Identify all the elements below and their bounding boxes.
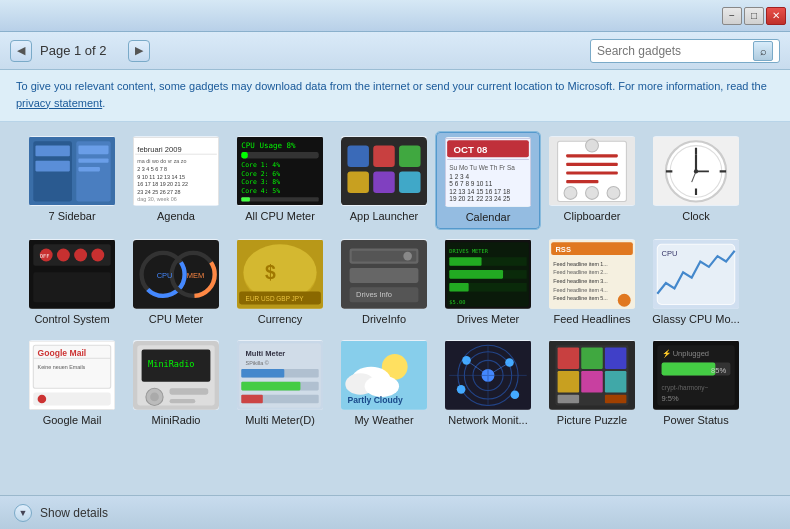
gadget-label-powerstatus: Power Status xyxy=(663,414,728,427)
title-bar-buttons: − □ ✕ xyxy=(722,7,786,25)
svg-text:DRIVES METER: DRIVES METER xyxy=(449,248,488,254)
gadget-item-7sidebar[interactable]: 7 Sidebar xyxy=(20,132,124,229)
svg-text:$: $ xyxy=(265,260,276,282)
svg-rect-98 xyxy=(449,257,481,266)
svg-point-52 xyxy=(586,186,599,199)
svg-text:Keine neuen Emails: Keine neuen Emails xyxy=(38,364,86,370)
gadget-item-driveinfo[interactable]: Drives Info DriveInfo xyxy=(332,235,436,330)
search-button[interactable]: ⌕ xyxy=(753,41,773,61)
svg-rect-167 xyxy=(605,371,626,392)
svg-rect-73 xyxy=(33,272,110,302)
gadget-label-picturepuzzle: Picture Puzzle xyxy=(557,414,627,427)
svg-rect-20 xyxy=(241,152,318,158)
svg-rect-102 xyxy=(449,283,468,292)
svg-rect-30 xyxy=(373,145,394,166)
next-page-button[interactable]: ▶ xyxy=(128,40,150,62)
svg-text:RSS: RSS xyxy=(555,245,570,254)
gadget-item-calendar[interactable]: OCT 08 Su Mo Tu We Th Fr Sa 1 2 3 4 5 6 … xyxy=(436,132,540,229)
gadget-item-applauncher[interactable]: App Launcher xyxy=(332,132,436,229)
gadget-item-googlemail[interactable]: Google Mail Keine neuen Emails Google Ma… xyxy=(20,336,124,431)
gadget-label-calendar: Calendar xyxy=(466,211,511,224)
gadget-item-controlsystem[interactable]: OFF LOCK ON/OFF Control System xyxy=(20,235,124,330)
svg-text:Google Mail: Google Mail xyxy=(38,348,87,358)
gadget-item-myweather[interactable]: Partly Cloudy My Weather xyxy=(332,336,436,431)
svg-rect-29 xyxy=(347,145,368,166)
svg-text:OFF: OFF xyxy=(40,253,50,259)
gadget-thumb-googlemail: Google Mail Keine neuen Emails xyxy=(29,340,115,410)
info-text: To give you relevant content, some gadge… xyxy=(16,80,767,109)
svg-text:Feed headline item 3...: Feed headline item 3... xyxy=(553,278,608,284)
gadget-item-glassycpu[interactable]: CPU Glassy CPU Mo... xyxy=(644,235,748,330)
svg-rect-47 xyxy=(566,154,618,157)
gadget-thumb-feedheadlines: RSS Feed headline item 1... Feed headlin… xyxy=(549,239,635,309)
nav-bar: ◀ Page 1 of 2 ▶ ⌕ xyxy=(0,32,790,70)
page-label: Page 1 of 2 xyxy=(40,43,120,58)
svg-text:Feed headline item 4...: Feed headline item 4... xyxy=(553,286,608,292)
search-input[interactable] xyxy=(597,44,749,58)
close-button[interactable]: ✕ xyxy=(766,7,786,25)
svg-text:2  3  4  5  6  7  8: 2 3 4 5 6 7 8 xyxy=(137,166,167,172)
gadget-item-currency[interactable]: $ EUR USD GBP JPY Currency xyxy=(228,235,332,330)
gadget-item-cpumeter[interactable]: CPU MEM CPU Meter xyxy=(124,235,228,330)
gadget-item-agenda[interactable]: februari 2009 ma di wo do vr za zo 2 3 4… xyxy=(124,132,228,229)
svg-rect-26 xyxy=(241,197,318,201)
svg-text:19 20 21 22 23 24 25: 19 20 21 22 23 24 25 xyxy=(449,195,510,202)
gadget-label-drivesmeter: Drives Meter xyxy=(457,313,519,326)
svg-rect-27 xyxy=(241,197,250,201)
gadget-label-controlsystem: Control System xyxy=(34,313,109,326)
svg-rect-164 xyxy=(605,347,626,368)
gadget-item-drivesmeter[interactable]: DRIVES METER $5.00 Drives Meter xyxy=(436,235,540,330)
svg-point-90 xyxy=(403,252,412,261)
gadget-label-applauncher: App Launcher xyxy=(350,210,419,223)
maximize-button[interactable]: □ xyxy=(744,7,764,25)
gadget-item-allcpu[interactable]: CPU Usage 8% Core 1: 4% Core 2: 6% Core … xyxy=(228,132,332,229)
gadget-thumb-currency: $ EUR USD GBP JPY xyxy=(237,239,323,309)
svg-text:Feed headline item 5...: Feed headline item 5... xyxy=(553,295,608,301)
gadget-thumb-clock xyxy=(653,136,739,206)
gadget-label-agenda: Agenda xyxy=(157,210,195,223)
gadget-thumb-myweather: Partly Cloudy xyxy=(341,340,427,410)
svg-rect-165 xyxy=(558,371,579,392)
svg-rect-163 xyxy=(581,347,602,368)
gadget-item-clipboarder[interactable]: Clipboarder xyxy=(540,132,644,229)
gadget-thumb-picturepuzzle xyxy=(549,340,635,410)
gadget-item-feedheadlines[interactable]: RSS Feed headline item 1... Feed headlin… xyxy=(540,235,644,330)
prev-page-button[interactable]: ◀ xyxy=(10,40,32,62)
privacy-link[interactable]: privacy statement xyxy=(16,97,102,109)
svg-rect-21 xyxy=(241,152,247,158)
gadgets-container: 7 Sidebar februari 2009 ma di wo do vr z… xyxy=(0,122,790,491)
gadgets-grid: 7 Sidebar februari 2009 ma di wo do vr z… xyxy=(20,132,770,432)
svg-point-64 xyxy=(694,169,698,173)
gadget-label-networkmonit: Network Monit... xyxy=(448,414,527,427)
svg-rect-91 xyxy=(350,268,419,283)
show-details-bar[interactable]: ▼ Show details xyxy=(0,495,790,529)
show-details-label: Show details xyxy=(40,506,108,520)
svg-point-157 xyxy=(511,390,520,399)
svg-text:16 17 18 19 20 21 22: 16 17 18 19 20 21 22 xyxy=(137,181,188,187)
gadget-item-clock[interactable]: Clock xyxy=(644,132,748,229)
svg-rect-5 xyxy=(78,145,108,154)
gadget-item-miniradio[interactable]: MiniRadio MiniRadio xyxy=(124,336,228,431)
gadget-thumb-clipboarder xyxy=(549,136,635,206)
svg-point-122 xyxy=(38,395,47,404)
svg-rect-129 xyxy=(170,388,209,394)
gadget-item-networkmonit[interactable]: Network Monit... xyxy=(436,336,540,431)
svg-point-53 xyxy=(607,186,620,199)
minimize-button[interactable]: − xyxy=(722,7,742,25)
svg-rect-138 xyxy=(241,382,300,391)
svg-text:SPikilla ©: SPikilla © xyxy=(246,360,269,366)
gadget-item-powerstatus[interactable]: ⚡ Unplugged 85% crypt-/harmony~ 9:5% Pow… xyxy=(644,336,748,431)
info-bar: To give you relevant content, some gadge… xyxy=(0,70,790,122)
gadget-item-picturepuzzle[interactable]: Picture Puzzle xyxy=(540,336,644,431)
gadget-label-glassycpu: Glassy CPU Mo... xyxy=(652,313,739,326)
svg-text:12 13 14 15 16 17 18: 12 13 14 15 16 17 18 xyxy=(449,187,510,194)
svg-rect-136 xyxy=(241,369,284,378)
gadget-label-feedheadlines: Feed Headlines xyxy=(553,313,630,326)
gadget-thumb-7sidebar xyxy=(29,136,115,206)
gadget-label-7sidebar: 7 Sidebar xyxy=(48,210,95,223)
svg-text:85%: 85% xyxy=(711,366,726,375)
svg-rect-100 xyxy=(449,270,503,279)
svg-text:$5.00: $5.00 xyxy=(449,299,465,305)
gadget-item-multimeter[interactable]: Multi Meter SPikilla © Multi Meter(D) xyxy=(228,336,332,431)
svg-rect-3 xyxy=(35,145,69,156)
